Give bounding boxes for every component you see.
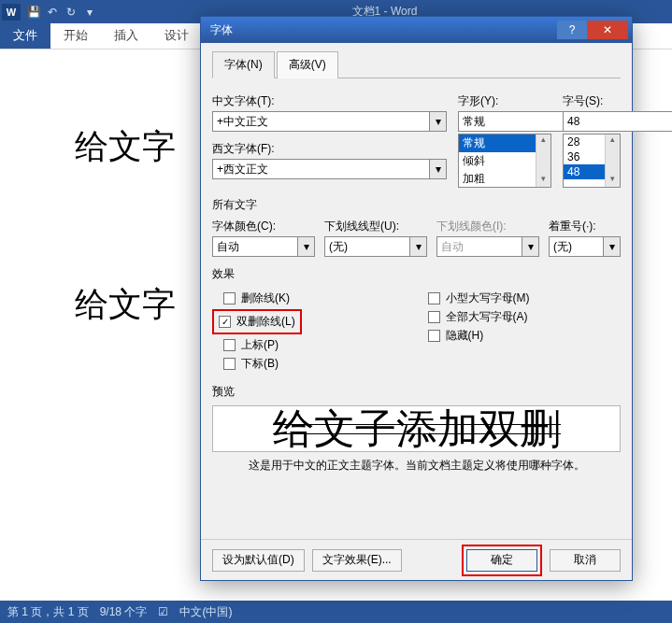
word-icon: W (2, 4, 21, 21)
size-input[interactable] (563, 111, 672, 132)
scrollbar[interactable]: ▴▾ (605, 135, 620, 187)
chevron-down-icon: ▾ (522, 236, 539, 257)
subscript-checkbox[interactable]: 下标(B) (223, 356, 417, 372)
status-lang[interactable]: 中文(中国) (179, 604, 232, 620)
tab-insert[interactable]: 插入 (101, 22, 151, 49)
cn-font-combo[interactable]: ▾ (212, 111, 447, 132)
superscript-checkbox[interactable]: 上标(P) (223, 337, 417, 353)
size-label: 字号(S): (563, 93, 621, 109)
style-listbox[interactable]: 常规 倾斜 加粗 ▴▾ (458, 134, 551, 188)
chevron-down-icon[interactable]: ▾ (604, 236, 621, 257)
status-proofing-icon[interactable]: ☑ (158, 605, 168, 618)
font-dialog: 字体 ? ✕ 字体(N) 高级(V) 中文字体(T): ▾ 西文字体(F): ▾ (200, 16, 633, 581)
dialog-tabs: 字体(N) 高级(V) (212, 50, 621, 78)
emphasis-label: 着重号(·): (549, 219, 621, 234)
en-font-label: 西文字体(F): (212, 141, 447, 157)
allcaps-checkbox[interactable]: 全部大写字母(A) (428, 309, 622, 325)
cn-font-input[interactable] (212, 111, 430, 132)
emphasis-combo[interactable]: (无)▾ (549, 236, 621, 257)
cn-font-label: 中文字体(T): (212, 93, 447, 109)
size-input-combo[interactable] (563, 111, 621, 132)
chevron-down-icon[interactable]: ▾ (410, 236, 427, 257)
all-text-label: 所有文字 (212, 197, 621, 213)
hidden-checkbox[interactable]: 隐藏(H) (428, 328, 622, 344)
status-words[interactable]: 9/18 个字 (100, 604, 148, 620)
help-button[interactable]: ? (557, 21, 587, 39)
scrollbar[interactable]: ▴▾ (536, 135, 550, 187)
redo-icon[interactable]: ↻ (62, 3, 80, 21)
chevron-down-icon[interactable]: ▾ (430, 111, 447, 132)
style-label: 字形(Y): (458, 93, 551, 109)
tab-advanced[interactable]: 高级(V) (277, 51, 338, 78)
status-bar: 第 1 页，共 1 页 9/18 个字 ☑ 中文(中国) (0, 601, 672, 623)
dialog-titlebar[interactable]: 字体 ? ✕ (201, 17, 632, 43)
strike-checkbox[interactable]: 删除线(K) (223, 290, 417, 306)
set-default-button[interactable]: 设为默认值(D) (212, 549, 305, 572)
text-effects-button[interactable]: 文字效果(E)... (312, 549, 402, 572)
smallcaps-checkbox[interactable]: 小型大写字母(M) (428, 290, 622, 306)
highlight-ok: 确定 (462, 545, 542, 576)
highlight-double-strike: ✓双删除线(L) (212, 309, 302, 334)
preview-box: 给文子添加双删 (212, 405, 621, 452)
double-strike-checkbox[interactable]: ✓双删除线(L) (219, 314, 295, 330)
tab-font[interactable]: 字体(N) (212, 51, 275, 78)
dialog-title-text: 字体 (210, 22, 233, 38)
font-color-label: 字体颜色(C): (212, 219, 315, 234)
dialog-footer: 设为默认值(D) 文字效果(E)... 确定 取消 (201, 539, 632, 580)
ok-button[interactable]: 确定 (466, 549, 537, 572)
en-font-input[interactable] (212, 159, 430, 179)
underline-style-label: 下划线线型(U): (324, 219, 427, 234)
undo-icon[interactable]: ↶ (43, 3, 62, 21)
dialog-body: 字体(N) 高级(V) 中文字体(T): ▾ 西文字体(F): ▾ 字形(Y): (201, 43, 632, 539)
preview-desc: 这是用于中文的正文主题字体。当前文档主题定义将使用哪种字体。 (212, 458, 621, 474)
underline-color-label: 下划线颜色(I): (436, 219, 539, 234)
tab-design[interactable]: 设计 (151, 22, 202, 49)
font-color-combo[interactable]: 自动▾ (212, 236, 315, 257)
en-font-combo[interactable]: ▾ (212, 159, 447, 179)
tab-home[interactable]: 开始 (50, 22, 101, 49)
style-input-combo[interactable] (458, 111, 551, 132)
size-listbox[interactable]: 28 36 48 ▴▾ (563, 134, 621, 188)
save-icon[interactable]: 💾 (24, 3, 43, 21)
chevron-down-icon[interactable]: ▾ (298, 236, 315, 257)
qat-dropdown-icon[interactable]: ▾ (80, 3, 99, 21)
tab-file[interactable]: 文件 (0, 22, 50, 49)
cancel-button[interactable]: 取消 (550, 549, 621, 572)
preview-text: 给文子添加双删 (273, 405, 561, 452)
effects-label: 效果 (212, 266, 621, 282)
chevron-down-icon[interactable]: ▾ (430, 159, 447, 179)
preview-label: 预览 (212, 384, 621, 400)
close-button[interactable]: ✕ (587, 21, 628, 39)
status-page[interactable]: 第 1 页，共 1 页 (7, 604, 89, 620)
underline-style-combo[interactable]: (无)▾ (324, 236, 427, 257)
underline-color-combo: 自动▾ (436, 236, 539, 257)
